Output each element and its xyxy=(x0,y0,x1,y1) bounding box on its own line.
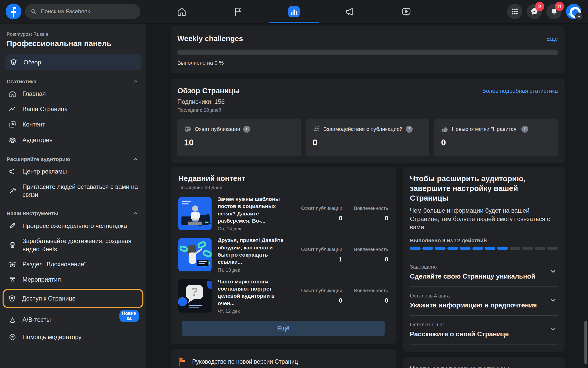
progress-segment xyxy=(410,247,421,250)
invite-people-icon xyxy=(8,187,17,195)
chevron-up-icon xyxy=(133,79,138,84)
metric-post-interaction[interactable]: Взаимодействие с публикацией i 0 xyxy=(306,119,430,156)
layers-icon xyxy=(9,58,18,67)
sidebar-item-audience[interactable]: Аудитория xyxy=(7,132,141,148)
progress-segment xyxy=(460,247,471,250)
post-date: Сб, 14 дек xyxy=(218,226,285,232)
sidebar-item-main[interactable]: Главная xyxy=(7,86,141,101)
setup-progress-label: Выполнено 8 из 12 действий xyxy=(410,237,558,244)
megaphone-icon xyxy=(345,6,356,17)
main-tabs xyxy=(154,0,434,23)
sidebar-item-label: Доступ к Странице xyxy=(22,295,76,302)
sidebar-item-label: Помощь модератору xyxy=(22,334,81,341)
page-setup-title: Чтобы расширить аудиторию, завершите нас… xyxy=(410,174,558,203)
sidebar-item-content[interactable]: Контент xyxy=(7,117,141,132)
sidebar-item-invite-people[interactable]: Пригласите людей оставаться с вами на св… xyxy=(7,179,141,202)
sidebar-title: Профессиональная панель xyxy=(7,39,141,48)
search-bar[interactable] xyxy=(25,4,140,19)
section-label: Ваши инструменты xyxy=(7,210,58,216)
sidebar-item-label: Зарабатывайте достижения, создавая видео… xyxy=(22,237,139,253)
account-chevron-badge xyxy=(575,13,583,20)
sidebar-item-weekly-challenge-progress[interactable]: Прогресс еженедельного челленджа xyxy=(7,218,141,233)
sidebar-item-page-access[interactable]: Доступ к Странице xyxy=(3,289,143,308)
notifications-button[interactable]: 11 xyxy=(546,4,562,19)
sidebar-item-inspiration[interactable]: Раздел "Вдохновение" xyxy=(7,257,141,272)
page-overview-title: Обзор Страницы xyxy=(177,87,240,95)
search-icon xyxy=(31,8,36,15)
info-icon[interactable]: i xyxy=(521,126,528,133)
step-title: Расскажите о своей Странице xyxy=(410,330,545,338)
svg-text:?: ? xyxy=(191,285,198,298)
post-thumbnail[interactable]: ? xyxy=(178,279,212,313)
accordion-row-unique-page[interactable]: Завершено Сделайте свою Страницу уникаль… xyxy=(410,258,558,286)
megaphone-icon xyxy=(8,167,17,176)
tab-pages[interactable] xyxy=(210,0,266,23)
sidebar-section-your-tools[interactable]: Ваши инструменты xyxy=(7,209,141,218)
sidebar-item-label: Контент xyxy=(22,121,45,128)
tab-home[interactable] xyxy=(154,0,210,23)
sidebar-section-statistics[interactable]: Статистика xyxy=(7,77,141,86)
topbar: 2 11 xyxy=(0,0,588,24)
sidebar-item-label: Ваша Страница xyxy=(22,106,68,113)
sidebar-item-overview[interactable]: Обзор xyxy=(5,54,141,70)
chevron-down-icon xyxy=(549,268,557,275)
detailed-stats-link[interactable]: Более подробная статистика xyxy=(482,88,558,94)
butterfly-icon xyxy=(8,260,17,268)
step-status: Остался 1 шаг xyxy=(410,322,545,328)
sidebar-item-ads-center[interactable]: Центр рекламы xyxy=(7,164,141,179)
accordion-row-info-preferences[interactable]: Осталось 4 шага Укажите информацию и пре… xyxy=(410,286,558,315)
info-icon[interactable]: i xyxy=(243,126,250,133)
post-thumbnail[interactable] xyxy=(178,238,212,271)
progress-segment xyxy=(472,247,483,250)
metric-label: Новые отметки "Нравится" xyxy=(452,126,518,132)
events-icon xyxy=(8,275,17,284)
post-metrics: Охват публикации 0 Вовлеченность 0 xyxy=(291,288,388,304)
post-row[interactable]: Зачем нужны шаблоны постов в социальных … xyxy=(178,195,388,232)
main-content: Weekly challenges Ещё Выполнено на 0 % О… xyxy=(146,23,588,368)
weekly-challenges-title: Weekly challenges xyxy=(177,34,243,43)
moderator-badge-icon xyxy=(8,333,17,341)
facebook-f-icon xyxy=(6,4,21,19)
tab-video[interactable] xyxy=(378,0,434,23)
profile-avatar[interactable] xyxy=(566,4,581,19)
sidebar-item-achievements-reels[interactable]: Зарабатывайте достижения, создавая видео… xyxy=(7,233,141,256)
recent-period: Последние 28 дней xyxy=(178,185,388,190)
tab-ads[interactable] xyxy=(322,0,378,23)
engagement-label: Вовлеченность xyxy=(352,247,388,252)
metric-new-likes[interactable]: Новые отметки "Нравится" i 0 xyxy=(434,119,558,156)
tab-insights-active[interactable] xyxy=(266,0,322,23)
post-metrics: Охват публикации 0 Вовлеченность 0 xyxy=(291,205,388,222)
content-icon xyxy=(8,120,17,129)
progress-segment xyxy=(422,247,433,250)
thumb-up-icon xyxy=(441,125,449,133)
post-row[interactable]: ? Часто маркетологи составляют портрет ц… xyxy=(178,278,388,314)
sidebar-item-events[interactable]: Мероприятия xyxy=(7,272,141,287)
weekly-more-link[interactable]: Ещё xyxy=(546,36,558,42)
recent-more-button[interactable]: Ещё xyxy=(182,321,385,336)
search-input[interactable] xyxy=(40,8,135,15)
video-icon xyxy=(401,6,412,17)
post-thumbnail[interactable] xyxy=(178,197,212,230)
setup-steps-accordion: Завершено Сделайте свою Страницу уникаль… xyxy=(410,258,558,344)
page-setup-card: Чтобы расширить аудиторию, завершите нас… xyxy=(403,167,565,352)
step-title: Сделайте свою Страницу уникальной xyxy=(410,272,545,280)
messenger-button[interactable]: 2 xyxy=(527,4,542,19)
sidebar-item-your-page[interactable]: Ваша Страница xyxy=(7,101,141,117)
facebook-logo[interactable] xyxy=(6,4,21,19)
weekly-challenges-card: Weekly challenges Ещё Выполнено на 0 % xyxy=(171,26,565,73)
sidebar-item-label: A/B-тесты xyxy=(22,316,51,323)
apps-menu-button[interactable] xyxy=(507,4,522,19)
globe-icon xyxy=(184,125,192,133)
sidebar-item-moderation-assist[interactable]: Помощь модератору xyxy=(7,329,141,345)
post-row[interactable]: Друзья, привет! Давайте обсудим, как лег… xyxy=(178,237,388,273)
metrics-row: Охват публикации i 10 Взаимодействие с п… xyxy=(177,119,558,156)
metric-post-reach[interactable]: Охват публикации i 10 xyxy=(177,119,301,156)
post-title: Друзья, привет! Давайте обсудим, как лег… xyxy=(218,237,285,266)
audience-icon xyxy=(8,136,17,144)
accordion-row-about-page[interactable]: Остался 1 шаг Расскажите о своей Страниц… xyxy=(410,315,558,344)
sidebar-item-ab-tests[interactable]: A/B-тесты Новинка xyxy=(7,310,141,330)
sidebar-section-grow-audience[interactable]: Расширяйте аудиторию xyxy=(7,155,141,164)
info-icon[interactable]: i xyxy=(406,126,413,133)
reach-value: 0 xyxy=(291,297,342,304)
sidebar-scrollbar[interactable] xyxy=(584,321,587,364)
